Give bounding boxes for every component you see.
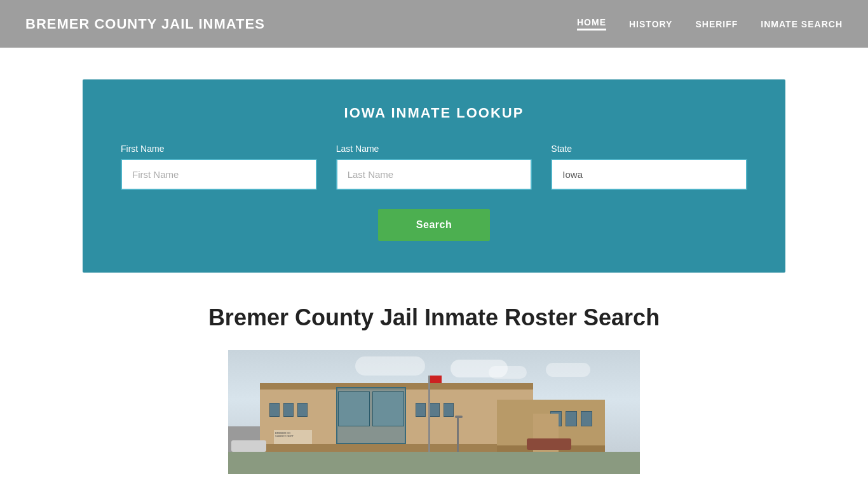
search-fields-row: First Name Last Name State: [121, 144, 747, 190]
cloud-2: [489, 366, 527, 379]
window-row-top-left: [269, 403, 308, 417]
search-button[interactable]: Search: [378, 209, 490, 241]
main-nav: HOME HISTORY SHERIFF INMATE SEARCH: [577, 17, 843, 30]
flagpole: [428, 376, 430, 452]
main-content: Bremer County Jail Inmate Roster Search: [0, 273, 868, 487]
building-sign: BREMER COSHERIFF DEPT: [274, 430, 312, 444]
window-1: [269, 403, 280, 417]
nav-sheriff[interactable]: SHERIFF: [695, 19, 738, 29]
cloud-4: [546, 363, 590, 377]
site-header: BREMER COUNTY JAIL INMATES HOME HISTORY …: [0, 0, 868, 48]
car-2: [527, 438, 571, 450]
state-group: State: [551, 144, 747, 190]
window-4: [416, 403, 426, 417]
window-6: [444, 403, 454, 417]
state-label: State: [551, 144, 747, 154]
building-base-band: [260, 444, 533, 452]
window-3: [297, 403, 308, 417]
nav-home[interactable]: HOME: [577, 17, 606, 30]
ground: [228, 452, 640, 474]
flag: [430, 376, 442, 383]
window-2: [283, 403, 294, 417]
window-row-top-right: [416, 403, 454, 417]
search-button-row: Search: [121, 209, 747, 241]
glass-pane-1: [338, 391, 370, 426]
header-spacer: [0, 48, 868, 79]
lamp-arm: [455, 416, 463, 418]
page-heading: Bremer County Jail Inmate Roster Search: [83, 304, 785, 331]
cloud-3: [355, 356, 425, 376]
last-name-group: Last Name: [336, 144, 532, 190]
car-1: [231, 440, 266, 452]
state-input[interactable]: [551, 159, 747, 190]
last-name-label: Last Name: [336, 144, 532, 154]
window-r2: [566, 411, 577, 426]
window-5: [430, 403, 440, 417]
street-lamp: [457, 417, 459, 452]
glass-pane-2: [372, 391, 404, 426]
search-section: IOWA INMATE LOOKUP First Name Last Name …: [83, 79, 785, 273]
first-name-group: First Name: [121, 144, 317, 190]
last-name-input[interactable]: [336, 159, 532, 190]
nav-inmate-search[interactable]: INMATE SEARCH: [761, 19, 843, 29]
search-section-title: IOWA INMATE LOOKUP: [121, 105, 747, 121]
window-r3: [581, 411, 592, 426]
building-image: BREMER COSHERIFF DEPT: [228, 350, 640, 474]
nav-history[interactable]: HISTORY: [629, 19, 672, 29]
first-name-label: First Name: [121, 144, 317, 154]
first-name-input[interactable]: [121, 159, 317, 190]
site-title: BREMER COUNTY JAIL INMATES: [25, 16, 265, 32]
